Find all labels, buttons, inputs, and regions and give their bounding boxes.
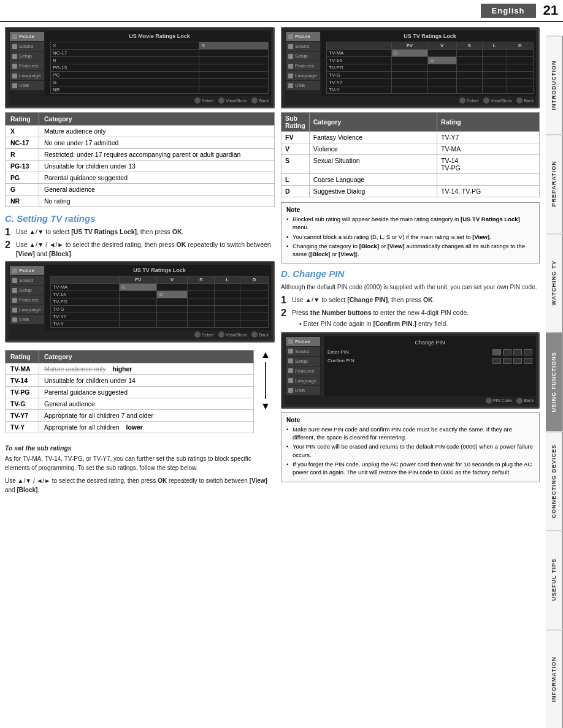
sr-v-rating: TV-MA (437, 143, 540, 155)
footer-select-2: Select (194, 332, 213, 338)
sr-fv: FV (282, 132, 310, 143)
table-row: X Mature audience only (6, 126, 275, 137)
rating-pg13: PG-13 (6, 161, 39, 172)
sr-d-cat: Suggestive Dialog (309, 186, 437, 197)
tv-ratings-main-table: Rating Category TV-MA Mature audience on… (5, 350, 254, 433)
r-sb-language: Language (286, 71, 320, 80)
rating-g: G (6, 184, 39, 195)
right-tv-footer: Select View/Block Back (285, 96, 536, 105)
confirm-dot-4 (524, 358, 532, 364)
nav-introduction[interactable]: INTRODUCTION (546, 36, 563, 134)
page-header: English 21 (0, 0, 563, 22)
sb-sound: Sound (10, 276, 44, 285)
table-row: G General audience (6, 184, 275, 195)
nav-connecting-devices[interactable]: CONNECTING DEVICES (546, 431, 563, 530)
sidebar-sound: Sound (10, 42, 44, 51)
col-rating-tv: Rating (6, 351, 39, 363)
nav-preparation[interactable]: PREPARATION (546, 134, 563, 233)
note-title-1: Note (286, 207, 534, 213)
note-item-1: Blocked sub rating will appear beside th… (286, 215, 534, 232)
section-d-header: D. Change PIN (281, 268, 540, 279)
rating-tvy7: TV-Y7 (6, 410, 39, 422)
p-sb-picture: Picture (286, 337, 320, 346)
note-box-1: Note Blocked sub rating will appear besi… (281, 202, 540, 264)
sub-ratings-body2: Use ▲/▼ / ◄/► to select the desired rati… (5, 476, 275, 495)
confirm-pin-row: Confirm PIN. (327, 358, 532, 364)
sub-ratings-title: To set the sub ratings (5, 444, 275, 452)
back-icon (251, 97, 258, 104)
r-viewblock-icon (483, 97, 489, 104)
footer-back-2: Back (251, 332, 269, 338)
usb-icon (12, 83, 17, 88)
movie-ratings-tv-table: X⊙ NC-17 R PG-13 PG G NR (50, 42, 269, 94)
tv-ratings-main: US TV Ratings Lock FVVSLD TV-MA⊙ TV-14⊙ … (48, 265, 271, 330)
main-content: Picture Sound Setup Features (0, 25, 545, 503)
sub-ratings-body1: As for TV-MA, TV-14, TV-PG, or TV-Y7, yo… (5, 454, 275, 472)
footer-viewblock-2: View/Block (218, 332, 247, 338)
category-pg13: Unsuitable for children under 13 (39, 161, 275, 172)
pin-footer: PIN Code Back (285, 396, 536, 405)
category-tvpg: Parental guidance suggested (39, 387, 254, 398)
r-setup-icon (288, 54, 293, 59)
movie-ratings-footer: Select View/Block Back (9, 96, 271, 105)
category-tvg: General audience (39, 398, 254, 410)
movie-ratings-title: US Movie Ratings Lock (50, 33, 269, 39)
pin-dialog-title: Change PIN (327, 339, 532, 346)
right-tv-table: FVVSLD TV-MA⊙ TV-14⊙ TV-PG TV-G TV-Y7 TV… (326, 42, 534, 94)
tv-sidebar-left: Picture Sound Setup Features (9, 31, 45, 96)
footer-select: Select (194, 97, 213, 104)
viewblock-icon (218, 97, 224, 104)
r-language-icon (288, 74, 293, 78)
table-row: S Sexual Situation TV-14TV-PG (282, 155, 540, 174)
select-icon (194, 97, 201, 104)
pin-code-icon (486, 398, 492, 404)
language-badge: English (481, 4, 536, 18)
category-nr: No rating (39, 195, 275, 207)
pin-dot-1 (492, 349, 501, 355)
sr-s: S (282, 155, 310, 174)
language-icon-2 (12, 308, 17, 313)
note-item-4: Make sure new PIN code and confirm PIN c… (286, 425, 534, 442)
step-1: 1 Use ▲/▼ to select [US TV Ratings Lock]… (5, 227, 275, 237)
confirm-pin-dots (492, 358, 532, 364)
picture-icon (12, 34, 17, 39)
category-tvy7: Appropriate for all children 7 and older (39, 410, 254, 422)
confirm-dot-3 (513, 358, 522, 364)
col-category-tv: Category (39, 351, 254, 363)
pin-dot-3 (513, 349, 522, 355)
r-footer-back: Back (516, 97, 534, 104)
sub-rating-table: Sub Rating Category Rating FV Fantasy Vi… (281, 112, 540, 197)
r-sb-setup: Setup (286, 51, 320, 61)
table-row: TV-14 Unsuitable for children under 14 (6, 375, 254, 387)
p-sound-icon (288, 349, 293, 354)
nav-useful-tips[interactable]: USEFUL TIPS (546, 530, 563, 629)
table-row: V Violence TV-MA (282, 143, 540, 155)
sr-col-rating: Rating (437, 113, 540, 132)
note-box-2: Note Make sure new PIN code and confirm … (281, 412, 540, 482)
col-rating: Rating (6, 113, 39, 126)
pin-screenshot: Picture Sound Setup Features (281, 332, 540, 409)
nav-information[interactable]: INFORMATION (546, 629, 563, 728)
sound-icon (12, 44, 17, 49)
note-item-5: Your PIN code will be erased and returns… (286, 442, 534, 459)
category-pg: Parental guidance suggested (39, 172, 275, 184)
table-row: PG Parental guidance suggested (6, 172, 275, 184)
right-nav: INTRODUCTION PREPARATION WATCHING TV USI… (546, 36, 563, 728)
pin-fields-area: Change PIN Enter PIN. Confirm PIN. (324, 336, 536, 396)
table-row: TV-Y7 Appropriate for all children 7 and… (6, 410, 254, 422)
nav-using-functions[interactable]: USING FUNCTIONS (546, 332, 563, 431)
sr-l-cat: Coarse Language (309, 174, 437, 186)
enter-pin-row: Enter PIN. (327, 349, 532, 355)
tv-ratings-section: Rating Category TV-MA Mature audience on… (5, 350, 275, 439)
col-category: Category (39, 113, 275, 126)
rating-r: R (6, 149, 39, 161)
pin-sidebar: Picture Sound Setup Features (285, 336, 321, 396)
sb-language: Language (10, 305, 44, 314)
features-icon (12, 64, 17, 69)
sr-col-category: Category (309, 113, 437, 132)
tv-sidebar-bottom: Picture Sound Setup Features (9, 265, 45, 330)
sr-l-rating (437, 174, 540, 186)
table-row: NR No rating (6, 195, 275, 207)
rating-tvg: TV-G (6, 398, 39, 410)
nav-watching-tv[interactable]: WATCHING TV (546, 233, 563, 332)
